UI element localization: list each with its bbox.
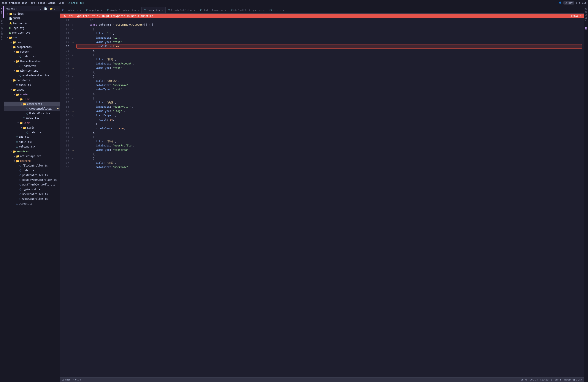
code-line[interactable]: width: 64,: [77, 117, 582, 122]
code-line[interactable]: title: 'id',: [77, 31, 582, 36]
code-line[interactable]: dataIndex: 'id',: [77, 36, 582, 40]
sidebar-item-cname[interactable]: ▶ 📄 CNAME: [4, 16, 60, 21]
code-line[interactable]: dataIndex: 'userRole',: [77, 165, 582, 169]
sidebar-item-typings[interactable]: ▶ ⬡ typings.d.ts: [4, 187, 60, 192]
code-line[interactable]: dataIndex: 'userName',: [77, 83, 582, 87]
code-line[interactable]: valueType: 'image',: [77, 109, 582, 113]
tab-createmodal[interactable]: ⬡ CreateModal.tsx ✕: [166, 7, 198, 13]
sidebar-item-footer-index[interactable]: ▶ ⬡ index.tsx: [4, 54, 60, 59]
code-line[interactable]: {: [77, 27, 582, 31]
commit-panel-label[interactable]: Commit: [0, 6, 4, 18]
sidebar-item-postfavourcontroller[interactable]: ▶ ⬡ postFavourController.ts: [4, 177, 60, 182]
sidebar-item-admin-user[interactable]: ▼ 📂 User: [4, 97, 60, 102]
code-line[interactable]: {: [77, 135, 582, 139]
sidebar-item-rightcontent[interactable]: ▼ 📂 RightContent: [4, 68, 60, 73]
code-line[interactable]: {: [77, 156, 582, 161]
code-line[interactable]: dataIndex: 'userProfile',: [77, 143, 582, 148]
code-line[interactable]: },: [77, 70, 582, 75]
git-branch-status[interactable]: ⎇ main: [62, 379, 70, 381]
code-line[interactable]: title: '简介',: [77, 139, 582, 143]
sidebar-item-login-index[interactable]: ▶ ⬡ index.tsx: [4, 130, 60, 135]
sidebar-item-headerdropdown[interactable]: ▼ 📂 HeaderDropdown: [4, 59, 60, 64]
sidebar-item-services[interactable]: ▼ 📂 services: [4, 149, 60, 154]
npm-panel-label[interactable]: npm: [0, 18, 4, 25]
sidebar-item-createmodal[interactable]: ▶ ⬡ CreateModal.tsx: [4, 106, 60, 111]
sidebar-item-usercontroller[interactable]: ▶ ⬡ userController.ts: [4, 192, 60, 196]
refresh-icon[interactable]: ↺: [54, 7, 56, 10]
code-line[interactable]: */: [77, 18, 582, 23]
gutter-cell[interactable]: ▶: [71, 96, 75, 100]
sidebar-item-scripts[interactable]: ▶ 📁 scripts: [4, 11, 60, 16]
sidebar-item-logo[interactable]: ▶ 🖼 logo.svg: [4, 26, 60, 30]
close-tab-button[interactable]: ✕: [225, 9, 227, 12]
tab-index[interactable]: ⬡ index.tsx ✕: [142, 7, 166, 13]
close-tab-button[interactable]: ✕: [80, 9, 82, 12]
code-line[interactable]: valueType: 'text',: [77, 66, 582, 70]
close-tab-button[interactable]: ✕: [137, 9, 139, 12]
sidebar-item-admin[interactable]: ▼ 📂 Admin: [4, 92, 60, 97]
sidebar-item-pages-user[interactable]: ▼ 📂 User: [4, 121, 60, 125]
refresh-icon[interactable]: ↺: [576, 1, 577, 4]
close-tab-button[interactable]: ✕: [100, 9, 103, 12]
code-content[interactable]: */ const columns: ProColumns<API.User>[]…: [75, 18, 584, 377]
gutter-cell[interactable]: ▶: [71, 135, 75, 139]
nav-panel-label[interactable]: 编程导航: [584, 23, 588, 28]
code-line[interactable]: title: '用户名',: [77, 79, 582, 83]
sidebar-item-login[interactable]: ▼ 📂 Login: [4, 125, 60, 130]
gutter-cell[interactable]: ▶: [71, 27, 75, 31]
tab-updateform[interactable]: ⬡ UpdateForm.tsx ✕: [198, 7, 229, 13]
code-line[interactable]: hideInForm:true,: [76, 44, 582, 49]
cursor-position[interactable]: Ln 70, Col 13: [521, 379, 538, 381]
close-tab-button[interactable]: ✕: [282, 9, 285, 12]
sidebar-item-src[interactable]: ▼ 📂 src: [4, 35, 60, 40]
dev-label[interactable]: ⬡ dev: [563, 1, 574, 4]
code-line[interactable]: },: [77, 122, 582, 126]
indentation[interactable]: Spaces: 2: [540, 379, 552, 381]
sidebar-item-favicon[interactable]: ▶ ⭐ favicon.ico: [4, 21, 60, 26]
tab-defaultsettings[interactable]: ⬡ defaultSettings.tsx ✕: [229, 7, 267, 13]
gutter-cell[interactable]: ⚠: [71, 109, 75, 113]
code-line[interactable]: },: [77, 49, 582, 53]
sidebar-item-footer[interactable]: ▼ 📂 Footer: [4, 49, 60, 54]
code-line[interactable]: hideInSearch: true,: [77, 126, 582, 131]
settings-icon[interactable]: ⚙: [579, 1, 580, 4]
code-line[interactable]: const columns: ProColumns<API.User>[] = …: [77, 23, 582, 27]
tab-app[interactable]: ⬡ app.tsx ✕: [84, 7, 105, 13]
code-line[interactable]: valueType: 'textarea',: [77, 148, 582, 152]
sidebar-item-user-index[interactable]: ▶ ⬡ index.tsx: [4, 116, 60, 121]
chevron-down-icon[interactable]: ⌄: [40, 7, 42, 10]
code-line[interactable]: },: [77, 131, 582, 135]
gutter-cell[interactable]: ⚠: [71, 87, 75, 92]
user-icon[interactable]: 👤: [559, 1, 562, 4]
sidebar-item-components[interactable]: ▼ 📂 components: [4, 45, 60, 49]
code-line[interactable]: dataIndex: 'userAccount',: [77, 61, 582, 66]
sidebar-item-pro-icon[interactable]: ▶ 🖼 pro_icon.svg: [4, 30, 60, 35]
tab-routes[interactable]: ⬡ routes.ts ✕: [60, 7, 84, 13]
code-line[interactable]: valueType: 'text',: [77, 87, 582, 92]
code-line[interactable]: valueType: 'text',: [77, 40, 582, 44]
language-mode[interactable]: TypeScript JSX: [564, 379, 582, 381]
encoding[interactable]: UTF-8: [555, 379, 561, 381]
code-line[interactable]: title: '权限',: [77, 161, 582, 165]
sidebar-item-avatardropdown[interactable]: ▶ ⬡ AvatarDropdown.tsx: [4, 73, 60, 78]
gutter-cell[interactable]: ▶: [71, 53, 75, 57]
sidebar-item-backend-index[interactable]: ▶ ⬡ index.ts: [4, 168, 60, 173]
bookmarks-panel-label[interactable]: Bookmarks: [585, 6, 588, 23]
sidebar-item-backend[interactable]: ▼ 📂 backend: [4, 158, 60, 163]
errors-status[interactable]: ✕ 0 ⚠ 0: [73, 379, 81, 381]
close-tab-button[interactable]: ✕: [193, 9, 196, 12]
sidebar-item-wxmpcontroller[interactable]: ▶ ⬡ wxMpController.ts: [4, 196, 60, 201]
code-line[interactable]: {: [77, 53, 582, 57]
sidebar-item-headerdropdown-index[interactable]: ▶ ⬡ index.tsx: [4, 64, 60, 68]
gutter-cell[interactable]: ⚠: [71, 66, 75, 70]
sidebar-item-postthumbcontroller[interactable]: ▶ ⬡ postThumbController.ts: [4, 182, 60, 187]
code-line[interactable]: },: [77, 152, 582, 156]
new-file-icon[interactable]: +📄: [42, 7, 47, 10]
gutter-cell[interactable]: ⚠: [71, 40, 75, 44]
tab-use[interactable]: ⬡ use... ✕: [267, 7, 287, 13]
gutter-cell[interactable]: ▶: [71, 75, 75, 79]
sidebar-item-constants-index[interactable]: ▶ ⬡ index.ts: [4, 83, 60, 87]
gutter-cell[interactable]: ⚠: [71, 148, 75, 152]
sidebar-item-updateform[interactable]: ▶ ⬡ UpdateForm.tsx: [4, 111, 60, 116]
tab-avatardropdown[interactable]: ⬡ AvatarDropdown.tsx ✕: [105, 7, 142, 13]
